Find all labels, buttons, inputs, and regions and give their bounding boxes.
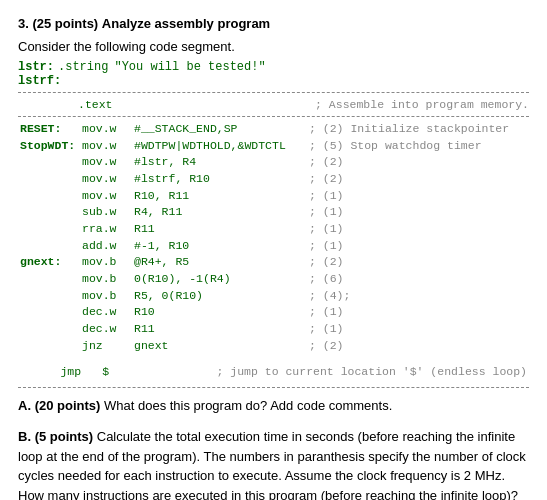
asm-args: R11 — [132, 221, 307, 238]
assembly-row: dec.wR11; (1) — [18, 321, 529, 338]
asm-label — [18, 154, 80, 171]
divider3 — [18, 387, 529, 388]
assembly-row: mov.b0(R10), -1(R4); (6) — [18, 271, 529, 288]
asm-comment: ; (1) — [307, 221, 529, 238]
assembly-row: mov.bR5, 0(R10); (4); — [18, 288, 529, 305]
part-a-text: What does this program do? Add code comm… — [104, 398, 392, 413]
part-a-label: A. — [18, 398, 31, 413]
asm-instr: mov.b — [80, 271, 132, 288]
asm-comment: ; (2) — [307, 154, 529, 171]
question-header: 3. (25 points) Analyze assembly program — [18, 16, 529, 31]
asm-instr: mov.w — [80, 154, 132, 171]
assembly-row: add.w#-1, R10; (1) — [18, 238, 529, 255]
asm-comment: ; (2) — [307, 254, 529, 271]
asm-comment: ; (1) — [307, 321, 529, 338]
string-line1: lstr: .string "You will be tested!" — [18, 60, 529, 74]
asm-instr: sub.w — [80, 204, 132, 221]
asm-comment: ; (2) — [307, 338, 529, 355]
assembly-table: RESET:mov.w#__STACK_END,SP; (2) Initiali… — [18, 121, 529, 354]
asm-instr: mov.w — [80, 171, 132, 188]
jmp-table: jmp $ ; jump to current location '$' (en… — [18, 358, 529, 381]
jmp-comment: ; jump to current location '$' (endless … — [214, 358, 529, 381]
jmp-row: jmp $ ; jump to current location '$' (en… — [18, 358, 529, 381]
section-comment: ; Assemble into program memory. — [315, 98, 529, 111]
asm-label — [18, 304, 80, 321]
jmp-args: $ — [100, 358, 214, 381]
asm-args: #__STACK_END,SP — [132, 121, 307, 138]
section-label: .text — [78, 98, 113, 111]
asm-args: 0(R10), -1(R4) — [132, 271, 307, 288]
string-label2-line: lstrf: — [18, 74, 529, 88]
asm-label: gnext: — [18, 254, 80, 271]
asm-label: RESET: — [18, 121, 80, 138]
assembly-row: mov.w#lstr, R4; (2) — [18, 154, 529, 171]
assembly-row: mov.wR10, R11; (1) — [18, 188, 529, 205]
asm-comment: ; (4); — [307, 288, 529, 305]
asm-instr: mov.w — [80, 188, 132, 205]
string-label2: lstrf: — [18, 74, 61, 88]
string-label: lstr: — [18, 60, 54, 74]
asm-args: R10, R11 — [132, 188, 307, 205]
asm-label — [18, 288, 80, 305]
question-number: 3. — [18, 16, 29, 31]
assembly-row: rra.wR11; (1) — [18, 221, 529, 238]
asm-args: R4, R11 — [132, 204, 307, 221]
asm-instr: mov.b — [80, 288, 132, 305]
assembly-row: mov.w#lstrf, R10; (2) — [18, 171, 529, 188]
asm-instr: add.w — [80, 238, 132, 255]
asm-args: #lstr, R4 — [132, 154, 307, 171]
part-b-label: B. — [18, 429, 31, 444]
asm-args: #lstrf, R10 — [132, 171, 307, 188]
part-b-text: Calculate the total execution time in se… — [18, 429, 526, 500]
assembly-row: sub.wR4, R11; (1) — [18, 204, 529, 221]
asm-comment: ; (1) — [307, 204, 529, 221]
asm-instr: mov.b — [80, 254, 132, 271]
jmp-instr: jmp — [58, 358, 100, 381]
asm-label — [18, 321, 80, 338]
asm-instr: mov.w — [80, 138, 132, 155]
assembly-row: gnext:mov.b@R4+, R5; (2) — [18, 254, 529, 271]
asm-label — [18, 171, 80, 188]
asm-instr: rra.w — [80, 221, 132, 238]
asm-label: StopWDT: — [18, 138, 80, 155]
asm-label — [18, 221, 80, 238]
asm-args: R11 — [132, 321, 307, 338]
asm-args: #WDTPW|WDTHOLD,&WDTCTL — [132, 138, 307, 155]
asm-label — [18, 338, 80, 355]
asm-instr: jnz — [80, 338, 132, 355]
part-a: A. (20 points) What does this program do… — [18, 398, 529, 413]
string-instr: .string — [58, 60, 108, 74]
asm-args: R5, 0(R10) — [132, 288, 307, 305]
asm-label — [18, 238, 80, 255]
assembly-row: StopWDT:mov.w#WDTPW|WDTHOLD,&WDTCTL; (5)… — [18, 138, 529, 155]
asm-comment: ; (5) Stop watchdog timer — [307, 138, 529, 155]
divider2 — [18, 116, 529, 117]
question-points: (25 points) — [32, 16, 98, 31]
intro-text: Consider the following code segment. — [18, 39, 529, 54]
part-a-points: (20 points) — [35, 398, 101, 413]
asm-comment: ; (1) — [307, 188, 529, 205]
assembly-row: jnzgnext; (2) — [18, 338, 529, 355]
asm-label — [18, 204, 80, 221]
asm-comment: ; (1) — [307, 238, 529, 255]
asm-args: #-1, R10 — [132, 238, 307, 255]
asm-instr: dec.w — [80, 321, 132, 338]
asm-comment: ; (2) — [307, 171, 529, 188]
asm-args: gnext — [132, 338, 307, 355]
divider1 — [18, 92, 529, 93]
asm-args: @R4+, R5 — [132, 254, 307, 271]
jmp-label — [18, 358, 58, 381]
question-title: Analyze assembly program — [102, 16, 270, 31]
asm-label — [18, 188, 80, 205]
asm-args: R10 — [132, 304, 307, 321]
part-b: B. (5 points) Calculate the total execut… — [18, 427, 529, 500]
asm-comment: ; (2) Initialize stackpointer — [307, 121, 529, 138]
assembly-row: RESET:mov.w#__STACK_END,SP; (2) Initiali… — [18, 121, 529, 138]
asm-instr: dec.w — [80, 304, 132, 321]
string-value: "You will be tested!" — [114, 60, 265, 74]
asm-comment: ; (6) — [307, 271, 529, 288]
asm-instr: mov.w — [80, 121, 132, 138]
assembly-row: dec.wR10; (1) — [18, 304, 529, 321]
asm-comment: ; (1) — [307, 304, 529, 321]
part-b-points: (5 points) — [35, 429, 94, 444]
